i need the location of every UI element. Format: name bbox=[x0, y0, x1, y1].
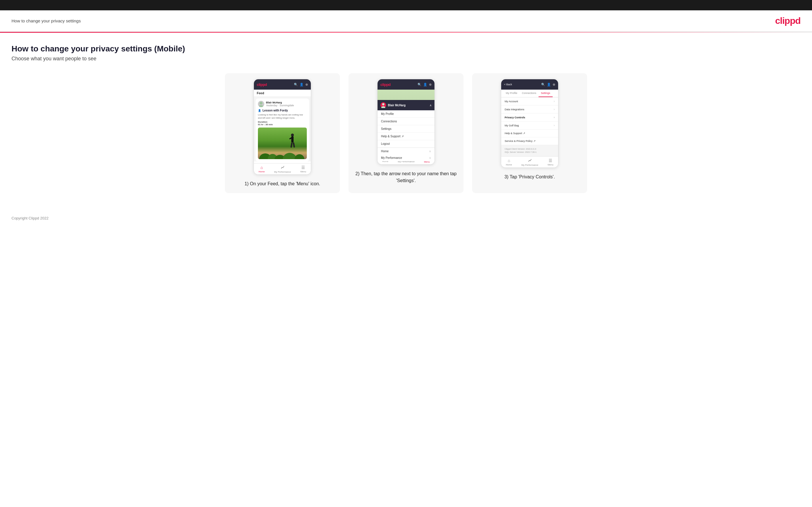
phone-mockup-3: < Back 🔍 👤 ⊕ My Profile Connections bbox=[501, 79, 558, 168]
phone1-home-tab: ⌂ Home bbox=[258, 165, 264, 173]
settings-help-support[interactable]: Help & Support ↗ bbox=[501, 129, 558, 137]
feed-screen: Feed Blair McHarg Yesterday bbox=[254, 90, 311, 161]
main-content: How to change your privacy settings (Mob… bbox=[0, 33, 812, 210]
phone2-nav: clippd 🔍 👤 ⊕ bbox=[377, 79, 435, 90]
phone-mockup-1: clippd 🔍 👤 ⊕ Feed bbox=[254, 79, 311, 175]
phone1-bottom-bar: ⌂ Home My Performance ☰ Menu bbox=[254, 163, 311, 174]
phone-mockup-2: clippd 🔍 👤 ⊕ bbox=[377, 79, 435, 165]
step-3-card: < Back 🔍 👤 ⊕ My Profile Connections bbox=[472, 73, 587, 193]
phone1-menu-tab: ☰ Menu bbox=[301, 165, 306, 173]
profile-icon-2: 👤 bbox=[423, 83, 427, 87]
settings-icon-3: ⊕ bbox=[553, 83, 555, 87]
settings-version-info: Clippd Client Version: 2022.8.3-3 GQL Se… bbox=[501, 145, 558, 156]
profile-icon: 👤 bbox=[300, 83, 304, 87]
dropdown-user-info: Blair McHarg bbox=[380, 102, 406, 108]
dropdown-user-avatar bbox=[380, 102, 386, 108]
svg-point-1 bbox=[259, 105, 263, 107]
step-3-caption: 3) Tap 'Privacy Controls'. bbox=[504, 173, 555, 180]
settings-privacy-controls[interactable]: Privacy Controls › bbox=[501, 113, 558, 121]
tab-my-profile[interactable]: My Profile bbox=[504, 90, 519, 97]
dropdown-user-header: Blair McHarg ∧ bbox=[377, 100, 435, 110]
phone1-logo: clippd bbox=[257, 82, 267, 87]
page-heading: How to change your privacy settings (Mob… bbox=[11, 44, 801, 53]
phone3-menu-tab: ☰ Menu bbox=[548, 158, 554, 166]
feed-post-title: 👤 Lesson with Fordy bbox=[258, 109, 307, 112]
phone2-nav-icons: 🔍 👤 ⊕ bbox=[417, 83, 432, 87]
copyright: Copyright Clippd 2022 bbox=[11, 216, 49, 220]
performance-icon bbox=[281, 165, 285, 170]
phone1-nav: clippd 🔍 👤 ⊕ bbox=[254, 79, 311, 90]
chevron-icon-2: › bbox=[554, 108, 555, 111]
settings-my-account[interactable]: My Account › bbox=[501, 97, 558, 105]
chevron-icon-3: › bbox=[554, 116, 555, 119]
settings-data-integrations[interactable]: Data Integrations › bbox=[501, 105, 558, 113]
svg-point-10 bbox=[283, 153, 297, 159]
step-1-card: clippd 🔍 👤 ⊕ Feed bbox=[225, 73, 340, 193]
feed-user-sub: Yesterday · Sunningdale bbox=[266, 104, 294, 107]
logo: clippd bbox=[775, 15, 801, 26]
feed-image bbox=[258, 127, 307, 159]
settings-service-privacy[interactable]: Service & Privacy Policy ↗ bbox=[501, 137, 558, 145]
page-subheading: Choose what you want people to see bbox=[11, 56, 801, 62]
tab-connections[interactable]: Connections bbox=[519, 90, 539, 97]
settings-my-golf-bag[interactable]: My Golf Bag › bbox=[501, 121, 558, 129]
menu-performance-expand: My Performance ∨ bbox=[377, 155, 435, 161]
svg-point-12 bbox=[382, 103, 385, 105]
header-title: How to change your privacy settings bbox=[11, 18, 81, 23]
home-icon: ⌂ bbox=[260, 165, 263, 170]
search-icon-2: 🔍 bbox=[417, 83, 421, 87]
search-icon-3: 🔍 bbox=[541, 83, 545, 87]
phone3-bottom-bar: ⌂ Home My Performance ☰ Menu bbox=[501, 156, 558, 167]
phone3-home-tab: ⌂ Home bbox=[506, 158, 512, 166]
footer: Copyright Clippd 2022 bbox=[0, 210, 812, 226]
dropdown-chevron-icon: ∧ bbox=[429, 104, 432, 107]
feed-post-user: Blair McHarg Yesterday · Sunningdale bbox=[258, 101, 307, 107]
feed-post-desc: Looking to feel like my hands are exitin… bbox=[258, 113, 307, 119]
phone1-performance-tab: My Performance bbox=[274, 165, 291, 173]
menu-help-support: Help & Support ↗ bbox=[377, 133, 435, 140]
svg-rect-6 bbox=[293, 143, 295, 148]
svg-point-2 bbox=[291, 133, 294, 136]
menu-connections: Connections bbox=[377, 118, 435, 125]
settings-icon-2: ⊕ bbox=[429, 83, 432, 87]
feed-user-name: Blair McHarg bbox=[266, 101, 294, 104]
feed-user-info: Blair McHarg Yesterday · Sunningdale bbox=[266, 101, 294, 107]
svg-rect-5 bbox=[291, 143, 293, 148]
menu-home-expand: Home ∨ bbox=[377, 148, 435, 155]
step-2-caption: 2) Then, tap the arrow next to your name… bbox=[354, 170, 458, 184]
svg-point-11 bbox=[295, 154, 305, 159]
menu-icon: ☰ bbox=[301, 165, 305, 170]
feed-post: Blair McHarg Yesterday · Sunningdale 👤 L… bbox=[256, 99, 309, 161]
phone3-performance-tab: My Performance bbox=[521, 158, 538, 166]
top-bar bbox=[0, 0, 812, 10]
phone2-logo: clippd bbox=[380, 82, 391, 87]
profile-icon-3: 👤 bbox=[547, 83, 551, 87]
performance-icon-3 bbox=[528, 158, 532, 163]
back-button: < Back bbox=[504, 83, 512, 86]
feed-header: Feed bbox=[254, 90, 311, 97]
tab-settings[interactable]: Settings bbox=[539, 90, 553, 97]
phone3-nav: < Back 🔍 👤 ⊕ bbox=[501, 79, 558, 90]
settings-icon: ⊕ bbox=[305, 83, 308, 87]
dropdown-menu: Blair McHarg ∧ My Profile Connections Se… bbox=[377, 100, 435, 161]
steps-container: clippd 🔍 👤 ⊕ Feed bbox=[11, 73, 801, 193]
feed-duration: Duration 01 hr : 30 min bbox=[258, 121, 307, 126]
menu-my-profile: My Profile bbox=[377, 110, 435, 118]
home-icon-3: ⌂ bbox=[508, 158, 510, 163]
settings-list: My Account › Data Integrations › Privacy… bbox=[501, 97, 558, 156]
feed-avatar bbox=[258, 101, 264, 107]
settings-tabs: My Profile Connections Settings bbox=[501, 90, 558, 97]
chevron-icon: › bbox=[554, 100, 555, 103]
svg-point-0 bbox=[260, 102, 262, 105]
phone3-nav-icons: 🔍 👤 ⊕ bbox=[541, 83, 555, 87]
dropdown-user-name: Blair McHarg bbox=[388, 104, 406, 107]
menu-settings: Settings bbox=[377, 125, 435, 133]
chevron-icon-4: › bbox=[554, 124, 555, 127]
phone2-dropdown-area: Blair McHarg ∧ My Profile Connections Se… bbox=[377, 90, 435, 153]
header: How to change your privacy settings clip… bbox=[0, 10, 812, 32]
step-2-card: clippd 🔍 👤 ⊕ bbox=[349, 73, 463, 193]
menu-icon-3: ☰ bbox=[549, 158, 552, 163]
phone1-nav-icons: 🔍 👤 ⊕ bbox=[294, 83, 308, 87]
menu-logout: Logout bbox=[377, 140, 435, 148]
search-icon: 🔍 bbox=[294, 83, 298, 87]
